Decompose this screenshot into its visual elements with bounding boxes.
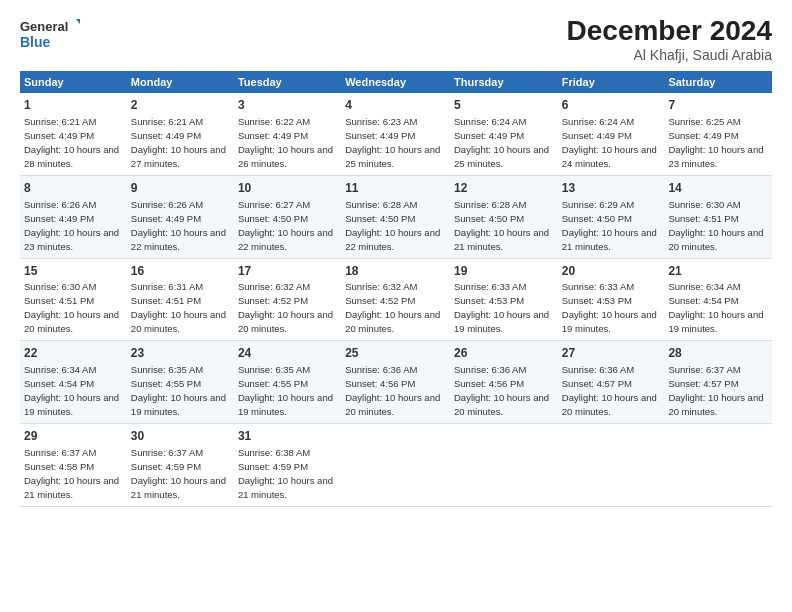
table-cell: [558, 424, 665, 507]
day-number: 5: [454, 97, 554, 114]
col-thursday: Thursday: [450, 71, 558, 93]
day-info: Sunrise: 6:28 AMSunset: 4:50 PMDaylight:…: [454, 199, 549, 252]
table-cell: 12 Sunrise: 6:28 AMSunset: 4:50 PMDaylig…: [450, 175, 558, 258]
table-cell: 22 Sunrise: 6:34 AMSunset: 4:54 PMDaylig…: [20, 341, 127, 424]
svg-text:Blue: Blue: [20, 34, 51, 50]
day-info: Sunrise: 6:32 AMSunset: 4:52 PMDaylight:…: [238, 281, 333, 334]
table-cell: 13 Sunrise: 6:29 AMSunset: 4:50 PMDaylig…: [558, 175, 665, 258]
day-info: Sunrise: 6:33 AMSunset: 4:53 PMDaylight:…: [454, 281, 549, 334]
table-cell: 9 Sunrise: 6:26 AMSunset: 4:49 PMDayligh…: [127, 175, 234, 258]
table-cell: 14 Sunrise: 6:30 AMSunset: 4:51 PMDaylig…: [664, 175, 772, 258]
day-number: 21: [668, 263, 768, 280]
table-row: 8 Sunrise: 6:26 AMSunset: 4:49 PMDayligh…: [20, 175, 772, 258]
day-info: Sunrise: 6:26 AMSunset: 4:49 PMDaylight:…: [131, 199, 226, 252]
day-info: Sunrise: 6:37 AMSunset: 4:58 PMDaylight:…: [24, 447, 119, 500]
day-info: Sunrise: 6:38 AMSunset: 4:59 PMDaylight:…: [238, 447, 333, 500]
table-cell: 23 Sunrise: 6:35 AMSunset: 4:55 PMDaylig…: [127, 341, 234, 424]
day-number: 10: [238, 180, 337, 197]
location: Al Khafji, Saudi Arabia: [567, 47, 772, 63]
day-info: Sunrise: 6:22 AMSunset: 4:49 PMDaylight:…: [238, 116, 333, 169]
day-number: 14: [668, 180, 768, 197]
day-info: Sunrise: 6:36 AMSunset: 4:57 PMDaylight:…: [562, 364, 657, 417]
day-number: 9: [131, 180, 230, 197]
day-info: Sunrise: 6:35 AMSunset: 4:55 PMDaylight:…: [131, 364, 226, 417]
day-info: Sunrise: 6:36 AMSunset: 4:56 PMDaylight:…: [454, 364, 549, 417]
day-number: 2: [131, 97, 230, 114]
day-number: 29: [24, 428, 123, 445]
day-info: Sunrise: 6:23 AMSunset: 4:49 PMDaylight:…: [345, 116, 440, 169]
day-number: 3: [238, 97, 337, 114]
day-number: 6: [562, 97, 661, 114]
day-number: 1: [24, 97, 123, 114]
day-info: Sunrise: 6:21 AMSunset: 4:49 PMDaylight:…: [131, 116, 226, 169]
month-title: December 2024: [567, 15, 772, 47]
day-info: Sunrise: 6:34 AMSunset: 4:54 PMDaylight:…: [24, 364, 119, 417]
day-info: Sunrise: 6:28 AMSunset: 4:50 PMDaylight:…: [345, 199, 440, 252]
table-row: 22 Sunrise: 6:34 AMSunset: 4:54 PMDaylig…: [20, 341, 772, 424]
table-cell: 17 Sunrise: 6:32 AMSunset: 4:52 PMDaylig…: [234, 258, 341, 341]
day-number: 30: [131, 428, 230, 445]
day-info: Sunrise: 6:24 AMSunset: 4:49 PMDaylight:…: [562, 116, 657, 169]
table-row: 1 Sunrise: 6:21 AMSunset: 4:49 PMDayligh…: [20, 93, 772, 175]
day-number: 16: [131, 263, 230, 280]
day-number: 19: [454, 263, 554, 280]
table-cell: 28 Sunrise: 6:37 AMSunset: 4:57 PMDaylig…: [664, 341, 772, 424]
column-headers: Sunday Monday Tuesday Wednesday Thursday…: [20, 71, 772, 93]
table-cell: 15 Sunrise: 6:30 AMSunset: 4:51 PMDaylig…: [20, 258, 127, 341]
day-info: Sunrise: 6:26 AMSunset: 4:49 PMDaylight:…: [24, 199, 119, 252]
table-cell: 1 Sunrise: 6:21 AMSunset: 4:49 PMDayligh…: [20, 93, 127, 175]
col-friday: Friday: [558, 71, 665, 93]
table-cell: 16 Sunrise: 6:31 AMSunset: 4:51 PMDaylig…: [127, 258, 234, 341]
table-cell: 24 Sunrise: 6:35 AMSunset: 4:55 PMDaylig…: [234, 341, 341, 424]
table-row: 15 Sunrise: 6:30 AMSunset: 4:51 PMDaylig…: [20, 258, 772, 341]
day-number: 26: [454, 345, 554, 362]
logo-svg: General Blue: [20, 15, 80, 55]
table-cell: 21 Sunrise: 6:34 AMSunset: 4:54 PMDaylig…: [664, 258, 772, 341]
logo: General Blue: [20, 15, 80, 55]
day-info: Sunrise: 6:37 AMSunset: 4:59 PMDaylight:…: [131, 447, 226, 500]
table-cell: 4 Sunrise: 6:23 AMSunset: 4:49 PMDayligh…: [341, 93, 450, 175]
svg-marker-2: [76, 19, 80, 29]
day-number: 27: [562, 345, 661, 362]
day-number: 17: [238, 263, 337, 280]
table-cell: [341, 424, 450, 507]
table-cell: 6 Sunrise: 6:24 AMSunset: 4:49 PMDayligh…: [558, 93, 665, 175]
table-cell: 19 Sunrise: 6:33 AMSunset: 4:53 PMDaylig…: [450, 258, 558, 341]
table-cell: 11 Sunrise: 6:28 AMSunset: 4:50 PMDaylig…: [341, 175, 450, 258]
day-info: Sunrise: 6:35 AMSunset: 4:55 PMDaylight:…: [238, 364, 333, 417]
title-section: December 2024 Al Khafji, Saudi Arabia: [567, 15, 772, 63]
day-number: 20: [562, 263, 661, 280]
table-cell: 5 Sunrise: 6:24 AMSunset: 4:49 PMDayligh…: [450, 93, 558, 175]
table-cell: [664, 424, 772, 507]
day-info: Sunrise: 6:34 AMSunset: 4:54 PMDaylight:…: [668, 281, 763, 334]
table-cell: 20 Sunrise: 6:33 AMSunset: 4:53 PMDaylig…: [558, 258, 665, 341]
table-row: 29 Sunrise: 6:37 AMSunset: 4:58 PMDaylig…: [20, 424, 772, 507]
day-info: Sunrise: 6:27 AMSunset: 4:50 PMDaylight:…: [238, 199, 333, 252]
col-wednesday: Wednesday: [341, 71, 450, 93]
day-number: 22: [24, 345, 123, 362]
table-cell: 8 Sunrise: 6:26 AMSunset: 4:49 PMDayligh…: [20, 175, 127, 258]
col-monday: Monday: [127, 71, 234, 93]
header: General Blue December 2024 Al Khafji, Sa…: [20, 15, 772, 63]
table-cell: 18 Sunrise: 6:32 AMSunset: 4:52 PMDaylig…: [341, 258, 450, 341]
table-cell: 3 Sunrise: 6:22 AMSunset: 4:49 PMDayligh…: [234, 93, 341, 175]
day-info: Sunrise: 6:25 AMSunset: 4:49 PMDaylight:…: [668, 116, 763, 169]
day-number: 24: [238, 345, 337, 362]
day-number: 4: [345, 97, 446, 114]
table-cell: 7 Sunrise: 6:25 AMSunset: 4:49 PMDayligh…: [664, 93, 772, 175]
calendar-body: 1 Sunrise: 6:21 AMSunset: 4:49 PMDayligh…: [20, 93, 772, 506]
table-cell: 10 Sunrise: 6:27 AMSunset: 4:50 PMDaylig…: [234, 175, 341, 258]
svg-text:General: General: [20, 19, 68, 34]
day-info: Sunrise: 6:31 AMSunset: 4:51 PMDaylight:…: [131, 281, 226, 334]
day-info: Sunrise: 6:32 AMSunset: 4:52 PMDaylight:…: [345, 281, 440, 334]
day-info: Sunrise: 6:30 AMSunset: 4:51 PMDaylight:…: [668, 199, 763, 252]
day-info: Sunrise: 6:29 AMSunset: 4:50 PMDaylight:…: [562, 199, 657, 252]
day-info: Sunrise: 6:33 AMSunset: 4:53 PMDaylight:…: [562, 281, 657, 334]
table-cell: 29 Sunrise: 6:37 AMSunset: 4:58 PMDaylig…: [20, 424, 127, 507]
calendar-table: Sunday Monday Tuesday Wednesday Thursday…: [20, 71, 772, 507]
day-number: 13: [562, 180, 661, 197]
day-info: Sunrise: 6:36 AMSunset: 4:56 PMDaylight:…: [345, 364, 440, 417]
table-cell: [450, 424, 558, 507]
table-cell: 25 Sunrise: 6:36 AMSunset: 4:56 PMDaylig…: [341, 341, 450, 424]
day-number: 25: [345, 345, 446, 362]
